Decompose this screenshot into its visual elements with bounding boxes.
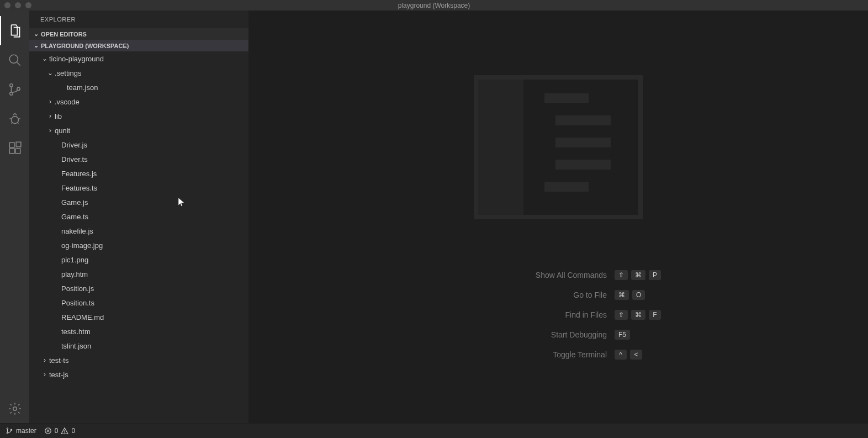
shortcut-keys: ⇧⌘F <box>615 310 675 320</box>
file-item[interactable]: Features.js <box>29 166 248 181</box>
keyboard-key: < <box>630 350 642 360</box>
svg-rect-8 <box>15 149 20 154</box>
file-item[interactable]: Game.js <box>29 195 248 209</box>
tree-item-label: README.md <box>61 313 104 321</box>
tree-item-label: play.htm <box>61 270 88 278</box>
maximize-window-button[interactable] <box>25 2 31 8</box>
folder-item[interactable]: ⌄.settings <box>29 66 248 80</box>
git-branch-icon <box>6 427 13 435</box>
file-item[interactable]: Position.js <box>29 281 248 295</box>
svg-rect-7 <box>9 149 14 154</box>
shortcut-label: Toggle Terminal <box>441 350 607 359</box>
file-item[interactable]: Driver.ts <box>29 152 248 166</box>
chevron-right-icon: › <box>46 112 55 120</box>
keyboard-key: O <box>632 290 645 300</box>
settings-gear-icon[interactable] <box>0 394 29 423</box>
search-activity-icon[interactable] <box>0 45 29 75</box>
keyboard-key: ⌘ <box>631 310 645 320</box>
svg-rect-17 <box>544 182 589 192</box>
tree-item-label: Position.ts <box>61 299 94 307</box>
branch-name: master <box>16 427 36 435</box>
shortcut-row: Toggle Terminal^< <box>441 350 675 360</box>
tree-item-label: team.json <box>67 83 98 92</box>
folder-item[interactable]: ›test-ts <box>29 353 248 367</box>
shortcut-row: Find in Files⇧⌘F <box>441 310 675 320</box>
tree-item-label: pic1.png <box>61 256 88 264</box>
chevron-down-icon: ⌄ <box>40 55 49 62</box>
debug-activity-icon[interactable] <box>0 104 29 133</box>
file-tree: ⌄ticino-playground⌄.settingsteam.json›.v… <box>29 51 248 423</box>
keyboard-key: ^ <box>615 350 627 360</box>
tree-item-label: tests.htm <box>61 328 91 336</box>
keyboard-key: ⌘ <box>631 270 645 280</box>
svg-rect-12 <box>478 80 523 215</box>
svg-point-0 <box>9 55 18 63</box>
minimize-window-button[interactable] <box>15 2 21 8</box>
file-item[interactable]: Game.ts <box>29 209 248 224</box>
file-item[interactable]: nakefile.js <box>29 224 248 238</box>
chevron-down-icon: ⌄ <box>46 69 55 77</box>
open-editors-label: OPEN EDITORS <box>41 31 87 38</box>
warning-icon <box>61 427 68 435</box>
svg-rect-13 <box>544 93 589 103</box>
shortcut-row: Show All Commands⇧⌘P <box>441 270 675 280</box>
tree-item-label: test-ts <box>49 356 68 365</box>
file-item[interactable]: README.md <box>29 310 248 324</box>
explorer-activity-icon[interactable] <box>0 16 29 45</box>
git-branch-status[interactable]: master <box>6 427 36 435</box>
folder-item[interactable]: ›test-js <box>29 367 248 382</box>
folder-item[interactable]: ›lib <box>29 109 248 123</box>
tree-item-label: lib <box>55 112 62 120</box>
close-window-button[interactable] <box>4 2 10 8</box>
window-title: playground (Workspace) <box>398 2 470 9</box>
shortcut-label: Start Debugging <box>441 330 607 339</box>
shortcut-label: Find in Files <box>441 310 607 319</box>
tree-item-label: ticino-playground <box>49 55 104 63</box>
svg-point-25 <box>65 432 65 433</box>
file-item[interactable]: play.htm <box>29 267 248 281</box>
shortcut-label: Go to File <box>441 291 607 299</box>
chevron-right-icon: › <box>46 98 55 105</box>
shortcut-row: Start DebuggingF5 <box>441 330 675 340</box>
tree-item-label: Features.ts <box>61 184 97 192</box>
svg-rect-14 <box>555 115 611 125</box>
open-editors-section[interactable]: ⌄ OPEN EDITORS <box>29 28 248 40</box>
shortcut-keys: ^< <box>615 350 675 360</box>
file-item[interactable]: Position.ts <box>29 295 248 310</box>
error-count: 0 <box>55 427 59 435</box>
folder-item[interactable]: ›qunit <box>29 123 248 138</box>
keyboard-key: P <box>649 270 661 280</box>
source-control-activity-icon[interactable] <box>0 75 29 104</box>
chevron-right-icon: › <box>40 371 49 378</box>
welcome-shortcuts: Show All Commands⇧⌘PGo to File⌘OFind in … <box>441 270 675 360</box>
folder-item[interactable]: ›.vscode <box>29 94 248 109</box>
file-item[interactable]: team.json <box>29 80 248 94</box>
svg-point-19 <box>7 432 8 434</box>
file-item[interactable]: tests.htm <box>29 324 248 339</box>
file-item[interactable]: Driver.js <box>29 138 248 152</box>
vscode-watermark-icon <box>473 74 644 220</box>
problems-status[interactable]: 0 0 <box>44 427 75 435</box>
extensions-activity-icon[interactable] <box>0 133 29 162</box>
keyboard-key: ⇧ <box>615 310 628 320</box>
tree-item-label: nakefile.js <box>61 227 93 235</box>
svg-point-20 <box>10 429 12 430</box>
svg-point-18 <box>7 428 8 429</box>
file-item[interactable]: Features.ts <box>29 181 248 195</box>
keyboard-key: F <box>649 310 661 320</box>
chevron-right-icon: › <box>40 356 49 364</box>
tree-item-label: tslint.json <box>61 342 91 350</box>
file-item[interactable]: tslint.json <box>29 339 248 353</box>
workspace-section[interactable]: ⌄ PLAYGROUND (WORKSPACE) <box>29 40 248 51</box>
tree-item-label: test-js <box>49 371 68 379</box>
svg-point-4 <box>17 87 19 90</box>
workspace-label: PLAYGROUND (WORKSPACE) <box>41 43 129 49</box>
tree-item-label: .settings <box>55 69 81 77</box>
file-item[interactable]: pic1.png <box>29 252 248 267</box>
chevron-down-icon: ⌄ <box>34 42 39 49</box>
tree-item-label: qunit <box>55 126 70 135</box>
tree-item-label: og-image.jpg <box>61 241 103 250</box>
file-item[interactable]: og-image.jpg <box>29 238 248 252</box>
folder-item[interactable]: ⌄ticino-playground <box>29 51 248 66</box>
error-icon <box>44 427 52 435</box>
